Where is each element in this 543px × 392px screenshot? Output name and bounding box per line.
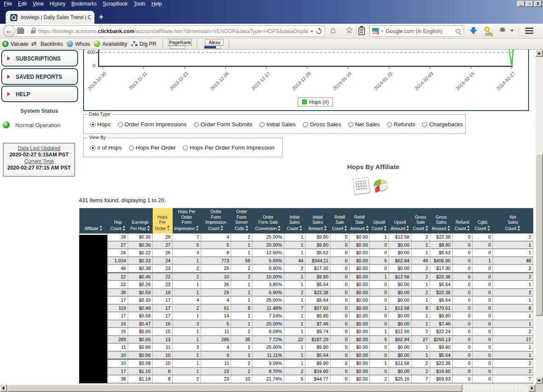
column-header-order-form-impression-count[interactable]: OrderFormImpressionCount: [201, 208, 231, 234]
sort-arrows-icon[interactable]: [123, 225, 126, 231]
sort-arrows-icon[interactable]: [448, 225, 451, 231]
menu-file[interactable]: File: [1, 1, 15, 7]
pagerank-button[interactable]: PageRank: [168, 39, 192, 46]
radio-initial-sales[interactable]: Initial Sales: [260, 121, 296, 128]
sort-arrows-icon[interactable]: [467, 225, 470, 231]
column-header-hop-count[interactable]: HopCount: [108, 208, 128, 234]
radio-order-form-impressions[interactable]: Order Form Impressions: [118, 121, 187, 128]
radio-refunds[interactable]: Refunds: [387, 121, 415, 128]
alexa-widget[interactable]: Alexa: [200, 39, 226, 50]
reading-list-icon[interactable]: [358, 27, 365, 35]
sort-arrows-icon[interactable]: [324, 225, 327, 231]
menu-scrapbook[interactable]: ScrapBook: [100, 1, 131, 7]
overflow-caret-icon[interactable]: [510, 30, 514, 33]
column-header-affiliate[interactable]: Affiliate: [79, 208, 108, 234]
radio--of-hops[interactable]: # of Hops: [90, 145, 122, 151]
search-icon[interactable]: [456, 29, 460, 33]
column-header-order-form-server-calls[interactable]: OrderFormServerCalls: [231, 208, 252, 234]
restore-button[interactable]: ❐: [526, 1, 533, 7]
pagerank-widget[interactable]: PageRank: [165, 39, 194, 50]
url-bar[interactable]: › https://bowlegs.accounts.clickbank.com…: [9, 25, 325, 37]
key-icon[interactable]: [484, 27, 490, 32]
search-engine-dropdown-icon[interactable]: [381, 31, 383, 33]
browser-tab[interactable]: bowlegs | Daily Sales Trend | Clic...: [6, 11, 95, 24]
current-time-link[interactable]: Current Time: [4, 158, 74, 164]
sort-arrows-icon[interactable]: [299, 225, 302, 231]
sort-arrows-icon[interactable]: [147, 225, 150, 231]
url-dropdown-icon[interactable]: [310, 31, 313, 34]
sort-arrows-icon[interactable]: [487, 225, 490, 231]
search-box[interactable]: Google.com (in English): [369, 25, 464, 37]
sort-arrows-icon[interactable]: [278, 225, 281, 231]
vertical-scroll-thumb[interactable]: [535, 154, 543, 316]
addon-whois[interactable]: Whois: [67, 41, 90, 47]
sort-arrows-icon[interactable]: [246, 225, 249, 231]
column-header-net-sales-count[interactable]: NetSalesCount: [493, 208, 533, 234]
sort-arrows-icon[interactable]: [384, 225, 387, 231]
sidebar-button-help[interactable]: HELP: [1, 86, 78, 102]
search-input[interactable]: Google.com (in English): [386, 28, 456, 34]
menu-bookmarks[interactable]: Bookmarks: [68, 1, 100, 7]
sort-arrows-icon[interactable]: [100, 225, 103, 231]
radio-gross-sales[interactable]: Gross Sales: [303, 121, 341, 128]
bookmark-star-icon[interactable]: ☆: [345, 25, 353, 35]
column-header-cgbk-count[interactable]: CgbkCount: [473, 208, 493, 234]
column-header-rebill-sale-count[interactable]: RebillSaleCount: [330, 208, 350, 234]
sort-arrows-icon[interactable]: [366, 225, 369, 231]
new-tab-button[interactable]: +: [99, 12, 104, 22]
column-header-upsell-count[interactable]: UpsellCount: [370, 208, 389, 234]
back-button[interactable]: ←: [3, 25, 15, 37]
scroll-up-button[interactable]: [535, 50, 543, 57]
menu-edit[interactable]: Edit: [15, 1, 30, 7]
home-icon[interactable]: ⌂: [330, 25, 336, 35]
column-header-order-formsale-conversion[interactable]: OrderForm SaleConversion: [252, 208, 284, 234]
addon-valuate[interactable]: $Valuate: [2, 41, 28, 47]
scroll-left-button[interactable]: [0, 384, 7, 392]
column-header-upsell-amount[interactable]: UpsellAmount: [389, 208, 411, 234]
menu-tools[interactable]: Tools: [131, 1, 148, 7]
column-header-rebill-sale-amount[interactable]: RebillSaleAmount: [350, 208, 370, 234]
sidebar-button-subscriptions[interactable]: SUBSCRIPTIONS: [1, 50, 78, 67]
bug-icon[interactable]: [501, 28, 504, 32]
sort-arrows-icon[interactable]: [196, 225, 199, 231]
sort-arrows-icon[interactable]: [221, 225, 224, 231]
scroll-right-button[interactable]: [528, 384, 535, 392]
column-header-hopsper-order-form-impression[interactable]: Hops PerOrderFormImpression: [173, 208, 201, 234]
addon-backlinks[interactable]: Backlinks: [32, 41, 63, 47]
addon-availability[interactable]: Availability: [94, 41, 127, 47]
horizontal-scroll-thumb[interactable]: [7, 384, 462, 392]
radio-hops-per-order[interactable]: Hops Per Order: [129, 145, 176, 151]
radio-hops[interactable]: Hops: [90, 121, 111, 128]
menu-hamburger-icon[interactable]: [525, 28, 533, 29]
reload-icon[interactable]: [315, 27, 322, 35]
addon-dig-pr[interactable]: Dig PR: [131, 41, 157, 47]
radio-chargebacks[interactable]: Chargebacks: [422, 121, 463, 128]
column-header-gross-sales-amount[interactable]: GrossSalesAmount: [430, 208, 453, 234]
minimize-button[interactable]: _: [517, 1, 525, 7]
column-header-gross-sale-count[interactable]: GrossSaleCount: [411, 208, 430, 234]
sort-arrows-icon[interactable]: [406, 225, 409, 231]
menu-view[interactable]: View: [30, 1, 47, 7]
column-header-initial-sales-amount[interactable]: InitialSalesAmount: [305, 208, 330, 234]
pie-chart-icon[interactable]: [371, 176, 392, 195]
sort-arrows-icon[interactable]: [344, 225, 347, 231]
table-view-icon[interactable]: [353, 177, 370, 195]
column-header-earnings-perhop[interactable]: EarningsPer Hop: [128, 208, 153, 234]
column-header-hops-per-order[interactable]: HopsPerOrder: [153, 208, 173, 234]
scroll-down-button[interactable]: [535, 377, 543, 384]
sort-arrows-icon[interactable]: [425, 225, 428, 231]
sort-arrows-icon[interactable]: [167, 225, 170, 231]
data-last-updated-link[interactable]: Data Last Updated: [4, 145, 74, 151]
radio-order-form-submits[interactable]: Order Form Submits: [194, 121, 252, 128]
sidebar-button-saved-reports[interactable]: SAVED REPORTS: [1, 68, 78, 85]
menu-help[interactable]: Help: [148, 1, 165, 7]
radio-net-sales[interactable]: Net Sales: [348, 121, 380, 128]
radio-hops-per-order-form-impression[interactable]: Hops Per Order Form Impression: [183, 145, 274, 151]
column-header-initial-sales-count[interactable]: InitialSalesCount: [284, 208, 305, 234]
sort-arrows-icon[interactable]: [518, 225, 521, 231]
column-header-refund-count[interactable]: RefundCount: [453, 208, 473, 234]
close-button[interactable]: X: [534, 1, 542, 7]
downloads-icon[interactable]: [470, 30, 477, 38]
alexa-button[interactable]: Alexa: [205, 39, 224, 45]
menu-history[interactable]: History: [47, 1, 68, 7]
